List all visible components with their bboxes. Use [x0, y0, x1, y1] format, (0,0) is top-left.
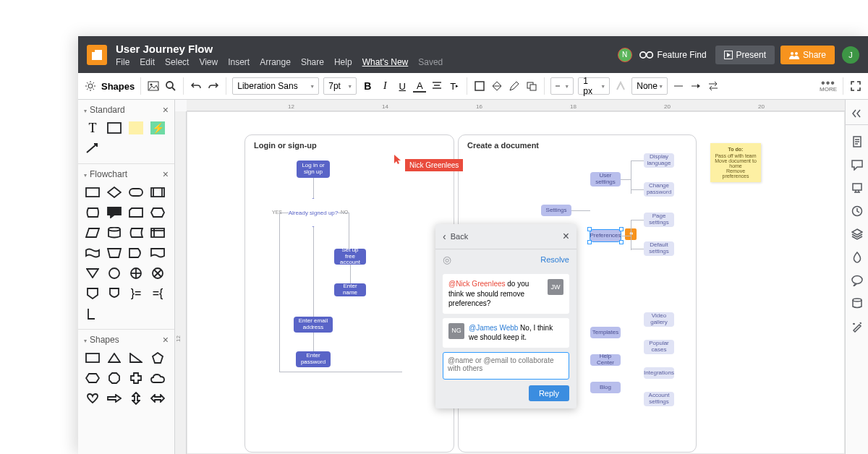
sh-rtri[interactable]	[127, 350, 145, 366]
menu-whats-new[interactable]: What's New	[362, 57, 409, 67]
bolt-shape[interactable]: ⚡	[149, 120, 166, 136]
font-size-select[interactable]: 7pt	[323, 77, 357, 95]
menu-help[interactable]: Help	[334, 57, 352, 67]
fc-brace-r[interactable]: }=	[127, 286, 145, 301]
fullscreen-icon[interactable]	[849, 80, 862, 93]
text-shape[interactable]: T	[84, 120, 101, 136]
pin-icon[interactable]: ◎	[443, 254, 451, 265]
text-color-icon[interactable]: A	[413, 80, 426, 93]
menu-insert[interactable]: Insert	[228, 57, 250, 67]
fc-comment[interactable]	[106, 205, 123, 220]
fill-select[interactable]: None	[631, 77, 668, 95]
node-email[interactable]: Enter email address	[294, 317, 333, 333]
present-dock-icon[interactable]	[851, 181, 864, 194]
sticky-note[interactable]: To do: Pass off with team Move document …	[710, 143, 761, 182]
canvas[interactable]: Login or sign-up Create a document Log i…	[187, 111, 845, 454]
sh-rect[interactable]	[84, 350, 101, 366]
node-video[interactable]: Video gallery	[644, 312, 674, 327]
sh-arrow-lr[interactable]	[149, 390, 166, 406]
fc-display[interactable]	[84, 205, 101, 220]
fc-delay[interactable]	[127, 245, 145, 261]
menu-select[interactable]: Select	[165, 57, 189, 67]
menu-view[interactable]: View	[199, 57, 218, 67]
shape-style-icon[interactable]	[525, 80, 538, 93]
close-icon[interactable]: ×	[163, 334, 169, 346]
palette-standard[interactable]: Standard	[90, 105, 125, 115]
sh-oct[interactable]	[106, 370, 123, 386]
fc-input[interactable]	[84, 225, 101, 241]
feature-find-button[interactable]: Feature Find	[639, 50, 707, 60]
present-button[interactable]: Present	[715, 46, 775, 64]
fc-tape[interactable]	[84, 245, 101, 261]
arrow-start-icon[interactable]	[672, 80, 685, 93]
fc-decision[interactable]	[106, 184, 123, 200]
close-icon[interactable]: ×	[563, 230, 569, 243]
node-disp-lang[interactable]: Display language	[644, 153, 674, 168]
arrow-end-icon[interactable]	[689, 80, 702, 93]
line-style-select[interactable]	[550, 77, 574, 95]
image-icon[interactable]	[147, 80, 160, 93]
search-icon[interactable]	[164, 80, 177, 93]
back-label[interactable]: Back	[451, 232, 468, 241]
collaborator-badge[interactable]: N	[618, 48, 632, 62]
node-change-pw[interactable]: Change password	[644, 182, 674, 197]
undo-icon[interactable]	[190, 80, 203, 93]
layers-icon[interactable]	[851, 228, 864, 241]
node-user-settings[interactable]: User settings	[590, 172, 621, 187]
share-button[interactable]: Share	[780, 46, 835, 64]
sh-plus[interactable]	[127, 370, 145, 386]
close-icon[interactable]: ×	[163, 168, 169, 180]
arrow-shape[interactable]	[84, 140, 101, 156]
fc-preparation[interactable]	[149, 205, 166, 220]
fill-bucket-icon[interactable]	[473, 80, 486, 93]
reply-button[interactable]: Reply	[529, 385, 569, 401]
node-setup[interactable]: Set up free account	[334, 249, 366, 265]
sh-arrow-ud[interactable]	[127, 390, 145, 406]
menu-arrange[interactable]: Arrange	[260, 57, 291, 67]
node-decision[interactable]: Already signed up?	[288, 198, 339, 227]
node-login[interactable]: Log in or sign up	[297, 160, 330, 178]
fc-connector[interactable]	[106, 265, 123, 281]
line-width-select[interactable]: 1 px	[578, 77, 610, 95]
drop-icon[interactable]	[851, 251, 864, 264]
sh-cloud[interactable]	[149, 370, 166, 386]
data-icon[interactable]	[851, 297, 864, 310]
fc-brace-l[interactable]: ={	[149, 286, 166, 301]
sh-pent[interactable]	[149, 350, 166, 366]
more-menu[interactable]: ••• MORE	[820, 80, 837, 93]
fc-shield[interactable]	[106, 286, 123, 301]
collapse-icon[interactable]	[851, 107, 864, 120]
palette-shapes[interactable]: Shapes	[90, 335, 119, 345]
sticky-shape[interactable]	[127, 120, 145, 136]
fc-merge[interactable]	[84, 265, 101, 281]
fc-terminator[interactable]	[127, 184, 145, 200]
text-options-icon[interactable]: T▸	[448, 80, 461, 93]
shapes-panel-label[interactable]: Shapes	[101, 81, 135, 92]
fc-sum[interactable]	[127, 265, 145, 281]
back-icon[interactable]: ‹	[443, 231, 446, 242]
node-integrations[interactable]: Integrations	[644, 367, 674, 379]
node-help[interactable]: Help Center	[590, 354, 621, 366]
fc-note[interactable]	[84, 306, 101, 322]
history-icon[interactable]	[851, 205, 864, 218]
node-templates[interactable]: Templates	[590, 327, 621, 338]
italic-icon[interactable]: I	[378, 80, 391, 93]
page-icon[interactable]	[851, 135, 864, 148]
menu-file[interactable]: File	[116, 57, 129, 67]
fc-storage[interactable]	[127, 225, 145, 241]
border-color-icon[interactable]	[490, 80, 503, 93]
align-icon[interactable]	[430, 80, 443, 93]
chat-icon[interactable]	[851, 274, 864, 287]
font-select[interactable]: Liberation Sans	[232, 77, 319, 95]
bold-icon[interactable]: B	[361, 80, 374, 93]
pencil-icon[interactable]	[508, 80, 521, 93]
menu-share[interactable]: Share	[301, 57, 324, 67]
rect-shape[interactable]	[106, 120, 123, 136]
redo-icon[interactable]	[207, 80, 220, 93]
fc-document[interactable]	[149, 245, 166, 261]
node-pw[interactable]: Enter password	[296, 351, 331, 367]
sh-tri[interactable]	[106, 350, 123, 366]
node-account[interactable]: Account settings	[644, 392, 674, 406]
fc-internal[interactable]	[149, 225, 166, 241]
line-color-icon[interactable]	[614, 80, 627, 93]
